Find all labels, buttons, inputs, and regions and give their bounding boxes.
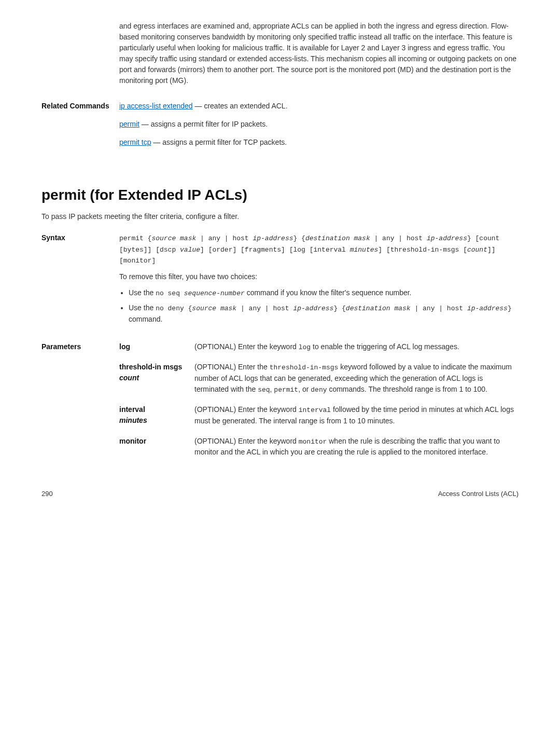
bullet-italic: ip-address xyxy=(467,305,508,312)
param-name-text: threshold-in msgs xyxy=(119,363,182,371)
param-name-text: log xyxy=(119,342,130,351)
bullet-prefix: Use the xyxy=(129,288,156,297)
related-commands-label: Related Commands xyxy=(41,101,119,148)
param-name-text: monitor xyxy=(119,437,146,445)
param-desc: (OPTIONAL) Enter the keyword log to enab… xyxy=(194,341,519,353)
param-desc: (OPTIONAL) Enter the threshold-in-msgs k… xyxy=(194,362,519,395)
param-name-italic: count xyxy=(119,374,139,382)
bullet-code: } xyxy=(508,305,512,312)
param-desc: (OPTIONAL) Enter the keyword interval fo… xyxy=(194,404,519,426)
related-item-text: — assigns a permit filter for IP packets… xyxy=(139,120,268,128)
bullet-prefix: Use the xyxy=(129,304,156,312)
param-desc-text: (OPTIONAL) Enter the xyxy=(194,363,270,371)
related-item-text: — assigns a permit filter for TCP packet… xyxy=(151,138,287,146)
param-desc-code: permit xyxy=(274,386,298,394)
list-item: Use the no deny {source mask | any | hos… xyxy=(129,302,519,325)
related-commands-content: ip access-list extended — creates an ext… xyxy=(119,101,519,148)
syntax-note: To remove this filter, you have two choi… xyxy=(119,271,519,282)
bullet-italic: sequence-number xyxy=(184,290,245,297)
bullet-code: | any | host xyxy=(411,305,467,312)
param-desc-code: threshold-in-msgs xyxy=(270,364,339,371)
param-name-text: interval xyxy=(119,405,145,414)
bullet-code: no deny { xyxy=(156,305,192,312)
param-desc-text: to enable the triggering of ACL log mess… xyxy=(311,342,459,351)
param-name: threshold-in msgs count xyxy=(119,362,194,395)
parameters-label: Parameters xyxy=(41,341,119,353)
bullet-italic: source mask xyxy=(192,305,236,312)
param-row-threshold: threshold-in msgs count (OPTIONAL) Enter… xyxy=(41,362,519,395)
param-desc-code: deny xyxy=(311,386,327,394)
syntax-label: Syntax xyxy=(41,232,119,335)
bullet-suffix: command. xyxy=(129,315,162,323)
param-desc-text: commands. The threshold range is from 1 … xyxy=(327,385,487,393)
bullet-italic: destination mask xyxy=(346,305,411,312)
link-permit[interactable]: permit xyxy=(119,120,139,128)
param-name: log xyxy=(119,341,194,353)
link-permit-tcp[interactable]: permit tcp xyxy=(119,138,151,146)
param-row-monitor: monitor (OPTIONAL) Enter the keyword mon… xyxy=(41,436,519,458)
bullet-italic: ip-address xyxy=(293,305,333,312)
bullet-suffix: command if you know the filter's sequenc… xyxy=(245,288,412,297)
page-number: 290 xyxy=(41,489,53,499)
bullet-code: | any | host xyxy=(236,305,293,312)
section-heading: permit (for Extended IP ACLs) xyxy=(41,184,519,206)
param-name: intervalminutes xyxy=(119,404,194,426)
param-desc-code: monitor xyxy=(299,438,327,446)
page-footer: 290 Access Control Lists (ACL) xyxy=(41,489,519,499)
list-item: Use the no seq sequence-number command i… xyxy=(129,287,519,299)
param-desc-text: (OPTIONAL) Enter the keyword xyxy=(194,342,299,351)
related-item-text: — creates an extended ACL. xyxy=(193,102,288,110)
section-intro: To pass IP packets meeting the filter cr… xyxy=(41,211,519,222)
footer-title: Access Control Lists (ACL) xyxy=(438,489,519,499)
param-desc-text: (OPTIONAL) Enter the keyword xyxy=(194,437,299,445)
bullet-code: no seq xyxy=(156,290,184,297)
related-commands-row: Related Commands ip access-list extended… xyxy=(41,101,519,148)
description-continuation: and egress interfaces are examined and, … xyxy=(119,21,519,86)
bullet-code: } { xyxy=(333,305,345,312)
syntax-code: permit {source mask | any | host ip-addr… xyxy=(119,232,519,266)
syntax-text: permit {source mask | any | host ip-addr… xyxy=(119,235,499,265)
link-ip-access-list-extended[interactable]: ip access-list extended xyxy=(119,102,193,110)
param-desc-code: interval xyxy=(299,406,331,414)
param-desc-text: , or xyxy=(298,385,311,393)
param-desc-text: (OPTIONAL) Enter the keyword xyxy=(194,405,299,414)
syntax-bullet-list: Use the no seq sequence-number command i… xyxy=(119,287,519,325)
param-desc-code: seq xyxy=(258,386,270,394)
param-name: monitor xyxy=(119,436,194,458)
param-row-log: Parameters log (OPTIONAL) Enter the keyw… xyxy=(41,341,519,353)
param-desc: (OPTIONAL) Enter the keyword monitor whe… xyxy=(194,436,519,458)
syntax-row: Syntax permit {source mask | any | host … xyxy=(41,232,519,335)
param-desc-code: log xyxy=(299,343,311,351)
param-row-interval: intervalminutes (OPTIONAL) Enter the key… xyxy=(41,404,519,426)
param-name-italic: minutes xyxy=(119,416,147,424)
